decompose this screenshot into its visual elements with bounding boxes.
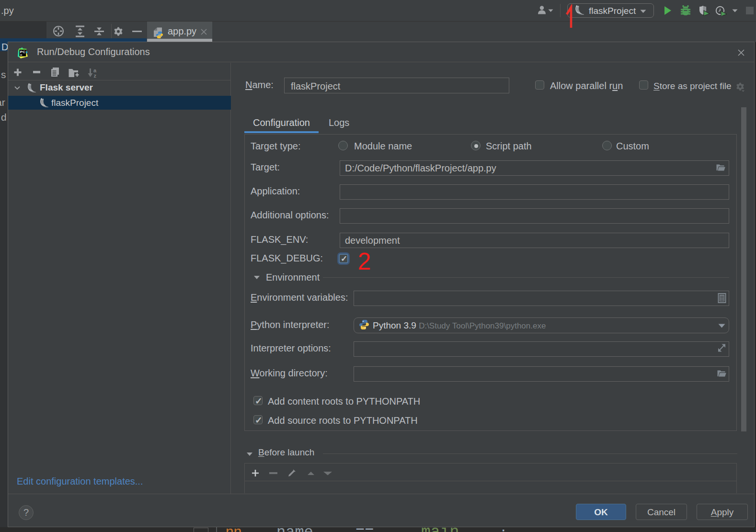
svg-text:2: 2	[358, 249, 371, 273]
svg-text:PC: PC	[20, 50, 25, 54]
svg-text:z: z	[94, 73, 97, 78]
